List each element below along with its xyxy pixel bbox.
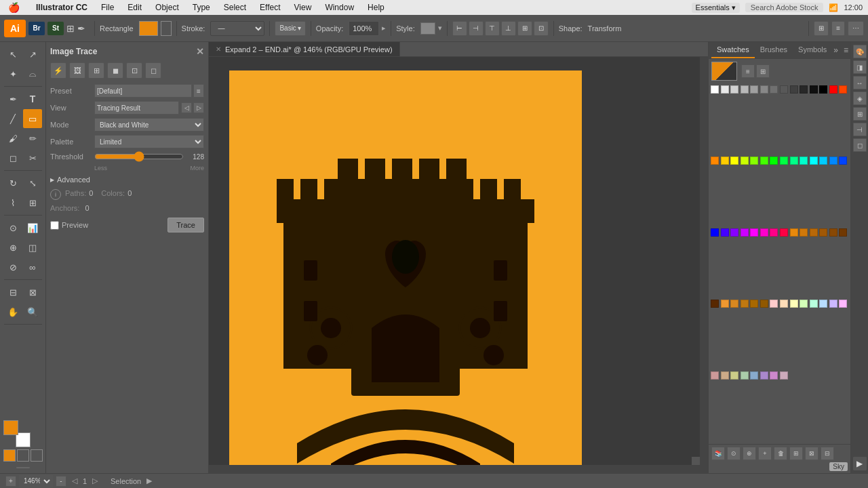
swatch-cell[interactable] [819, 300, 827, 308]
rmp-align-btn[interactable]: ⊣ [853, 123, 867, 136]
slice-tool[interactable]: ⊠ [23, 283, 42, 302]
opacity-input[interactable] [349, 21, 379, 36]
stroke-color-indicator[interactable] [161, 21, 172, 36]
gradient-tool[interactable]: ◫ [23, 238, 42, 257]
swatch-cell[interactable] [711, 300, 719, 308]
swatch-cell[interactable] [750, 371, 758, 380]
tab-close-btn[interactable]: ✕ [216, 45, 221, 53]
show-kind-btn[interactable]: ⊙ [727, 447, 741, 460]
swatch-cell[interactable] [711, 371, 719, 380]
delete-swatch-btn[interactable]: 🗑 [774, 447, 787, 460]
swatch-cell[interactable] [800, 228, 808, 237]
trace-silhouette-btn[interactable]: ◼ [107, 62, 123, 79]
swatch-cell[interactable] [810, 85, 818, 94]
view-options-btn[interactable]: ⋯ [848, 21, 864, 36]
align-top-btn[interactable]: ⊥ [501, 21, 516, 36]
view-next-btn[interactable]: ▷ [193, 102, 204, 113]
st-logo[interactable]: St [47, 22, 64, 35]
swatch-cell[interactable] [741, 300, 749, 308]
eraser-tool[interactable]: ◻ [3, 148, 22, 167]
menu-illustrator[interactable]: Illustrator CC [33, 2, 90, 13]
align-right-btn[interactable]: ⊤ [485, 21, 500, 36]
zoom-out-btn[interactable]: - [56, 476, 66, 487]
stroke-box[interactable] [17, 449, 29, 462]
swatch-cell[interactable] [780, 371, 788, 380]
advanced-section[interactable]: ▶ Advanced [50, 176, 204, 184]
swatch-cell[interactable] [839, 228, 847, 237]
align-left-btn[interactable]: ⊢ [452, 21, 467, 36]
swatch-cell[interactable] [750, 157, 758, 165]
mesh-tool[interactable]: ⊕ [3, 238, 22, 257]
rotate-tool[interactable]: ↻ [3, 174, 22, 192]
zoom-select[interactable]: 146% [19, 475, 53, 487]
swatch-cell[interactable] [800, 85, 808, 94]
swatch-cell[interactable] [711, 157, 719, 165]
foreground-color-swatch[interactable] [3, 420, 18, 435]
swatch-cell[interactable] [839, 300, 847, 308]
trace-technical-btn[interactable]: ◻ [145, 62, 161, 79]
canvas-container[interactable]: www.rr-sc.com [209, 57, 708, 473]
vertical-scrollbar[interactable] [700, 57, 708, 473]
swatch-cell[interactable] [741, 85, 749, 94]
pen-tool[interactable]: ✒ [3, 89, 22, 108]
menu-help[interactable]: Help [365, 2, 387, 13]
canvas-expand-btn[interactable] [692, 457, 700, 465]
swatch-cell[interactable] [760, 228, 768, 237]
swatch-grid-view-btn[interactable]: ⊞ [756, 64, 770, 78]
page-next-btn[interactable]: ▷ [92, 476, 98, 485]
page-prev-btn[interactable]: ◁ [72, 476, 77, 485]
rect-tool[interactable]: ▭ [23, 109, 42, 128]
style-color-box[interactable] [420, 22, 435, 35]
opacity-arrow[interactable]: ▸ [382, 24, 386, 33]
swatch-cell[interactable] [780, 300, 788, 308]
panel-menu-btn[interactable]: ≡ [842, 44, 850, 56]
fill-box[interactable] [3, 449, 16, 462]
menu-effect[interactable]: Effect [257, 2, 283, 13]
free-transform-tool[interactable]: ⊞ [23, 193, 42, 212]
swatch-cell[interactable] [721, 85, 729, 94]
swatch-cell[interactable] [760, 300, 768, 308]
current-color-swatch[interactable] [711, 62, 737, 81]
align-bottom-btn[interactable]: ⊡ [534, 21, 549, 36]
swatch-cell[interactable] [750, 228, 758, 237]
swatch-cell[interactable] [780, 157, 788, 165]
swatch-cell[interactable] [721, 300, 729, 308]
swatch-cell[interactable] [741, 228, 749, 237]
swatch-cell[interactable] [800, 300, 808, 308]
hand-tool[interactable]: ✋ [3, 302, 22, 321]
link-btn[interactable]: ⊟ [821, 447, 834, 460]
preset-menu-btn[interactable]: ≡ [193, 84, 204, 98]
swatch-cell[interactable] [770, 300, 778, 308]
panel-close-btn[interactable]: ✕ [196, 46, 204, 57]
swatch-cell[interactable] [829, 85, 837, 94]
zoom-tool[interactable]: 🔍 [23, 302, 42, 321]
grid-toggle-btn[interactable]: ⊠ [805, 447, 818, 460]
swatch-cell[interactable] [760, 85, 768, 94]
eyedropper-tool[interactable]: ⊘ [3, 258, 22, 277]
swatch-cell[interactable] [730, 157, 738, 165]
swatch-cell[interactable] [839, 157, 847, 165]
workspace-selector[interactable]: Essentials ▾ [692, 3, 740, 13]
trace-button[interactable]: Trace [167, 218, 204, 232]
swatch-cell[interactable] [730, 300, 738, 308]
swatches-tab[interactable]: Swatches [711, 42, 755, 58]
swatch-cell[interactable] [790, 85, 798, 94]
swatch-list-view-btn[interactable]: ≡ [741, 64, 755, 78]
swatch-cell[interactable] [721, 371, 729, 380]
graph-tool[interactable]: 📊 [23, 218, 42, 237]
swatch-cell[interactable] [790, 300, 798, 308]
swatch-libraries-btn[interactable]: 📚 [711, 447, 725, 460]
swatch-cell[interactable] [721, 228, 729, 237]
rmp-play-btn[interactable]: ▶ [853, 457, 867, 470]
swatch-cell[interactable] [819, 228, 827, 237]
swatch-cell[interactable] [770, 85, 778, 94]
swatch-cell[interactable] [741, 157, 749, 165]
pencil-tool[interactable]: ✏ [23, 129, 42, 148]
br-logo[interactable]: Br [28, 22, 45, 35]
menu-view[interactable]: View [292, 2, 315, 13]
lasso-tool[interactable]: ⌓ [23, 64, 42, 83]
swatch-cell[interactable] [760, 371, 768, 380]
swatch-cell[interactable] [790, 228, 798, 237]
threshold-slider[interactable] [94, 152, 184, 161]
preset-selector[interactable]: [Default] [94, 84, 192, 98]
